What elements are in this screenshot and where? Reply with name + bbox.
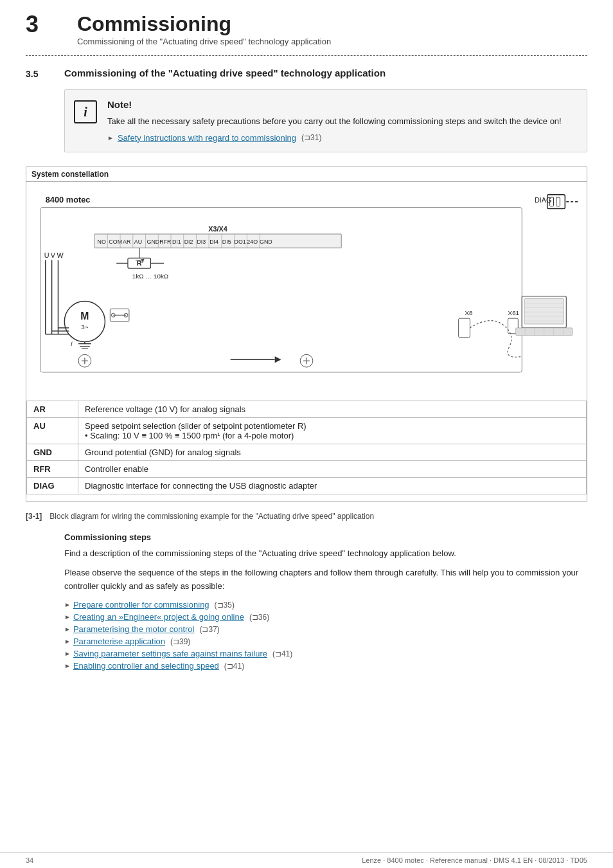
list-item[interactable]: ►Enabling controller and selecting speed…: [64, 661, 587, 671]
arrow-icon: ►: [64, 662, 71, 669]
table-value: Speed setpoint selection (slider of setp…: [78, 417, 587, 444]
svg-rect-4: [556, 197, 560, 206]
list-item[interactable]: ►Saving parameter settings safe against …: [64, 649, 587, 658]
svg-marker-69: [275, 356, 281, 363]
list-item[interactable]: ►Creating an »Engineer« project & going …: [64, 612, 587, 622]
figure-caption: [3-1] Block diagram for wiring the commi…: [26, 512, 587, 521]
chapter-subtitle: Commissioning of the "Actuating drive sp…: [77, 37, 331, 46]
table-value: Controller enable: [78, 460, 587, 477]
svg-text:DIAG: DIAG: [535, 195, 551, 203]
svg-text:M: M: [80, 311, 89, 321]
list-item[interactable]: ►Parameterise application(⊐39): [64, 637, 587, 646]
svg-text:i: i: [71, 339, 73, 347]
link-ref: (⊐37): [200, 625, 220, 634]
arrow-icon: ►: [64, 613, 71, 620]
svg-text:DI4: DI4: [209, 238, 218, 244]
svg-text:X3/X4: X3/X4: [208, 225, 227, 233]
table-key: AR: [27, 401, 78, 417]
table-key: GND: [27, 444, 78, 460]
svg-text:DI3: DI3: [197, 238, 206, 244]
svg-text:X61: X61: [508, 309, 520, 316]
chapter-title: Commissioning: [77, 13, 331, 35]
svg-text:U: U: [44, 251, 49, 259]
table-value: Reference voltage (10 V) for analog sign…: [78, 401, 587, 417]
svg-text:8400 motec: 8400 motec: [46, 194, 91, 204]
svg-text:DI1: DI1: [172, 238, 181, 244]
link-text[interactable]: Parameterise application: [73, 637, 165, 646]
footer: 34 Lenze · 8400 motec · Reference manual…: [0, 852, 613, 868]
svg-text:RFR: RFR: [159, 238, 171, 244]
table-row: GNDGround potential (GND) for analog sig…: [27, 444, 587, 460]
system-constellation-title: System constellation: [26, 167, 587, 182]
system-diagram: 8400 motec DIAG U V W X3/X4 NO COM: [26, 182, 587, 401]
svg-text:AU: AU: [134, 238, 142, 244]
arrow-icon: ►: [107, 134, 114, 141]
note-link[interactable]: Safety instructions with regard to commi…: [118, 133, 296, 143]
table-value: Ground potential (GND) for analog signal…: [78, 444, 587, 460]
link-ref: (⊐41): [224, 662, 244, 671]
svg-text:GND: GND: [260, 238, 272, 244]
page-number: 34: [26, 856, 33, 864]
list-item[interactable]: ►Parameterising the motor control(⊐37): [64, 624, 587, 634]
note-box: i Note! Take all the necessary safety pr…: [64, 89, 587, 152]
link-text[interactable]: Prepare controller for commissioning: [73, 600, 209, 610]
section-number: 3.5: [26, 69, 64, 79]
chapter-header: 3 Commissioning Commissioning of the "Ac…: [26, 13, 587, 46]
info-icon: i: [74, 100, 97, 123]
svg-text:AR: AR: [123, 238, 130, 244]
table-row: RFRController enable: [27, 460, 587, 477]
note-link-ref: (⊐31): [301, 133, 321, 142]
link-text[interactable]: Enabling controller and selecting speed: [73, 661, 219, 671]
link-text[interactable]: Saving parameter settings safe against m…: [73, 649, 267, 658]
svg-text:GND: GND: [147, 238, 160, 244]
caption-text: Block diagram for wiring the commissioni…: [49, 512, 374, 521]
note-content: Note! Take all the necessary safety prec…: [107, 99, 575, 143]
note-title: Note!: [107, 99, 575, 110]
table-value: Diagnostic interface for connecting the …: [78, 477, 587, 494]
table-key: RFR: [27, 460, 78, 477]
svg-text:V: V: [51, 251, 56, 259]
svg-text:DI5: DI5: [222, 238, 231, 244]
svg-text:24O: 24O: [247, 238, 258, 244]
chapter-number: 3: [26, 13, 77, 36]
commissioning-link-list: ►Prepare controller for commissioning(⊐3…: [64, 600, 587, 671]
table-row: DIAGDiagnostic interface for connecting …: [27, 477, 587, 494]
table-key: AU: [27, 417, 78, 444]
svg-rect-6: [40, 207, 522, 372]
link-ref: (⊐39): [170, 637, 190, 646]
table-row: AUSpeed setpoint selection (slider of se…: [27, 417, 587, 444]
svg-text:3~: 3~: [81, 323, 88, 330]
commissioning-steps-title: Commissioning steps: [64, 532, 587, 542]
arrow-icon: ►: [64, 638, 71, 645]
section-divider: [26, 55, 587, 56]
link-ref: (⊐35): [215, 601, 235, 610]
note-text: Take all the necessary safety precaution…: [107, 115, 575, 128]
section-heading: 3.5 Commissioning of the "Actuating driv…: [26, 68, 587, 79]
arrow-icon: ►: [64, 626, 71, 633]
svg-text:1kΩ … 10kΩ: 1kΩ … 10kΩ: [132, 273, 168, 280]
system-constellation-box: System constellation 8400 motec DIAG U V…: [26, 167, 587, 502]
terminals-table: ARReference voltage (10 V) for analog si…: [26, 401, 587, 494]
svg-text:X8: X8: [465, 309, 474, 316]
svg-rect-74: [459, 318, 470, 338]
chapter-title-block: Commissioning Commissioning of the "Actu…: [77, 13, 331, 46]
commissioning-para1: Find a description of the commissioning …: [64, 547, 587, 561]
svg-text:DI2: DI2: [184, 238, 193, 244]
system-diagram-svg: 8400 motec DIAG U V W X3/X4 NO COM: [34, 188, 579, 392]
table-row: ARReference voltage (10 V) for analog si…: [27, 401, 587, 417]
commissioning-steps-section: Commissioning steps Find a description o…: [64, 532, 587, 671]
svg-text:W: W: [57, 251, 64, 259]
link-text[interactable]: Parameterising the motor control: [73, 624, 195, 634]
note-link-item[interactable]: ► Safety instructions with regard to com…: [107, 133, 575, 143]
commissioning-para2: Please observe the sequence of the steps…: [64, 566, 587, 593]
link-ref: (⊐36): [249, 613, 269, 622]
arrow-icon: ►: [64, 601, 71, 608]
table-key: DIAG: [27, 477, 78, 494]
link-ref: (⊐41): [272, 649, 292, 658]
link-text[interactable]: Creating an »Engineer« project & going o…: [73, 612, 244, 622]
caption-label: [3-1]: [26, 512, 42, 521]
svg-text:DO1: DO1: [235, 238, 246, 244]
svg-text:NO: NO: [98, 238, 106, 244]
svg-rect-78: [524, 298, 564, 323]
list-item[interactable]: ►Prepare controller for commissioning(⊐3…: [64, 600, 587, 610]
